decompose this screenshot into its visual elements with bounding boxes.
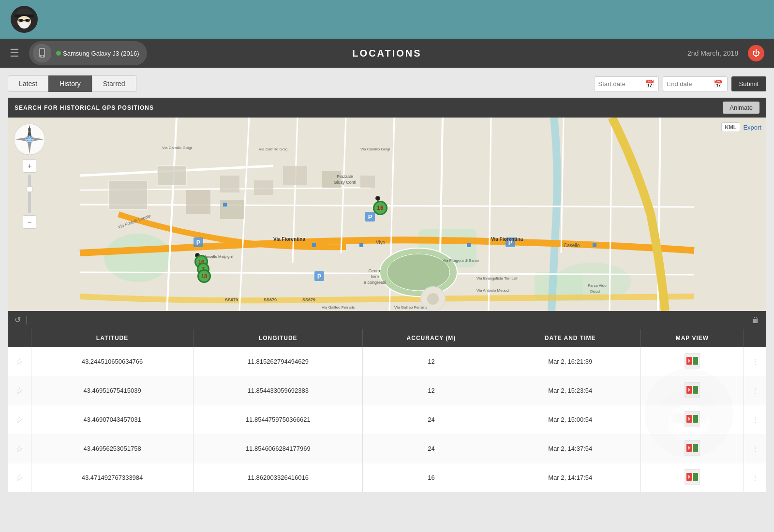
row-datetime: Mar 2, 14:17:54 xyxy=(500,463,640,492)
svg-rect-38 xyxy=(254,180,273,195)
end-cal-icon[interactable]: 📅 xyxy=(714,79,723,89)
svg-rect-58 xyxy=(593,243,596,247)
svg-text:Via Camillo Golgi: Via Camillo Golgi xyxy=(360,147,390,151)
star-icon[interactable]: ☆ xyxy=(15,357,23,367)
map-view-button[interactable] xyxy=(685,353,700,369)
map-nav-controls: N + − xyxy=(13,122,46,229)
star-icon[interactable]: ☆ xyxy=(15,415,23,425)
start-date-input[interactable] xyxy=(598,80,642,88)
content-area: Latest History Starred 📅 📅 Submit SEARCH… xyxy=(0,68,774,492)
start-cal-icon[interactable]: 📅 xyxy=(645,79,655,89)
kml-export: KML Export xyxy=(721,122,761,132)
tab-history[interactable]: History xyxy=(48,75,92,92)
map-view-button[interactable] xyxy=(685,382,700,398)
tabs-row: Latest History Starred 📅 📅 Submit xyxy=(8,75,766,92)
export-link[interactable]: Export xyxy=(743,124,761,131)
row-lat: 43.471492767333984 xyxy=(31,463,194,492)
hamburger-icon[interactable]: ☰ xyxy=(10,47,19,59)
row-acc: 12 xyxy=(363,347,500,376)
svg-point-4 xyxy=(19,22,29,29)
svg-text:SS679: SS679 xyxy=(264,297,277,302)
row-delete-cell: ⋮ xyxy=(744,434,767,463)
svg-rect-115 xyxy=(693,473,698,481)
row-mapview xyxy=(640,347,744,376)
svg-text:Centro: Centro xyxy=(368,268,381,273)
svg-text:Parco Aldo: Parco Aldo xyxy=(588,283,607,288)
row-datetime: Mar 2, 16:21:39 xyxy=(500,347,640,376)
svg-text:P: P xyxy=(368,213,372,221)
top-header xyxy=(0,0,774,39)
row-delete-icon[interactable]: ⋮ xyxy=(752,474,759,482)
submit-button[interactable]: Submit xyxy=(731,76,766,91)
row-star-cell: ☆ xyxy=(8,434,31,463)
zoom-slider-handle[interactable] xyxy=(27,186,32,192)
row-delete-icon[interactable]: ⋮ xyxy=(752,358,759,366)
row-datetime: Mar 2, 14:37:54 xyxy=(500,434,640,463)
zoom-out-button[interactable]: − xyxy=(23,215,36,229)
row-mapview xyxy=(640,463,744,492)
row-delete-icon[interactable]: ⋮ xyxy=(752,416,759,424)
data-table-section: ↺ | 🗑 LATITUDE LONGITUDE ACCURACY (M) DA… xyxy=(8,311,766,492)
svg-rect-100 xyxy=(693,386,698,394)
row-star-cell: ☆ xyxy=(8,347,31,376)
svg-point-45 xyxy=(427,293,439,305)
th-accuracy: ACCURACY (M) xyxy=(363,329,500,347)
row-lat: 43.46951675415039 xyxy=(31,376,194,405)
svg-rect-7 xyxy=(18,19,23,22)
map-svg: P P P P Via Fratelli Lebole Via Camillo … xyxy=(8,118,766,311)
table-row: ☆ 43.46951675415039 11.854433059692383 1… xyxy=(8,376,766,405)
svg-rect-54 xyxy=(223,203,227,207)
map-view-button[interactable] xyxy=(685,469,700,485)
map-view-button[interactable] xyxy=(685,440,700,456)
row-acc: 12 xyxy=(363,376,500,405)
table-header-row: LATITUDE LONGITUDE ACCURACY (M) DATE AND… xyxy=(8,329,766,347)
star-icon[interactable]: ☆ xyxy=(15,473,23,483)
svg-rect-110 xyxy=(693,444,698,452)
marker-cluster-16[interactable]: 16 xyxy=(373,201,387,215)
zoom-slider xyxy=(28,175,31,213)
refresh-icon[interactable]: ↺ xyxy=(15,315,21,325)
th-mapview: MAP VIEW xyxy=(640,329,744,347)
svg-text:Via Camillo Golgi: Via Camillo Golgi xyxy=(162,146,192,150)
row-mapview xyxy=(640,376,744,405)
end-date-input[interactable] xyxy=(667,80,711,88)
zoom-in-button[interactable]: + xyxy=(23,159,36,173)
svg-rect-56 xyxy=(359,243,363,247)
svg-text:Casello: Casello xyxy=(564,243,580,248)
device-info: Samsung Galaxy J3 (2016) xyxy=(29,41,147,65)
row-star-cell: ☆ xyxy=(8,463,31,492)
row-lat: 43.244510650634766 xyxy=(31,347,194,376)
map-view-button[interactable] xyxy=(685,411,700,427)
row-lon: 11.815262794494629 xyxy=(194,347,363,376)
svg-rect-41 xyxy=(360,176,375,188)
table-row: ☆ 43.46956253051758 11.8546066284177969 … xyxy=(8,434,766,463)
svg-rect-55 xyxy=(312,243,316,247)
app-logo xyxy=(10,5,39,34)
star-icon[interactable]: ☆ xyxy=(15,386,23,396)
row-lon: 11.862003326416016 xyxy=(194,463,363,492)
svg-rect-105 xyxy=(693,415,698,423)
marker-dot-1[interactable] xyxy=(375,196,380,201)
th-delete xyxy=(744,329,767,347)
star-icon[interactable]: ☆ xyxy=(15,444,23,454)
svg-rect-35 xyxy=(186,190,210,214)
svg-text:Via Fiorentina: Via Fiorentina xyxy=(273,236,305,242)
trash-icon[interactable]: 🗑 xyxy=(752,316,759,325)
date-label: 2nd March, 2018 xyxy=(687,49,738,57)
row-acc: 24 xyxy=(363,405,500,434)
svg-text:Via Galileo Ferraris: Via Galileo Ferraris xyxy=(394,305,427,310)
svg-text:fiere: fiere xyxy=(371,274,379,279)
tab-latest[interactable]: Latest xyxy=(8,75,48,92)
row-delete-icon[interactable]: ⋮ xyxy=(752,387,759,395)
power-button[interactable]: ⏻ xyxy=(748,45,764,61)
start-date-wrap: 📅 xyxy=(594,76,659,91)
row-delete-icon[interactable]: ⋮ xyxy=(752,445,759,453)
svg-text:Via Antonio Meucci: Via Antonio Meucci xyxy=(476,288,509,293)
svg-text:SS679: SS679 xyxy=(302,297,315,302)
row-star-cell: ☆ xyxy=(8,376,31,405)
marker-cluster-18[interactable]: 18 xyxy=(197,269,211,283)
animate-button[interactable]: Animate xyxy=(723,102,759,114)
map-header: SEARCH FOR HISTORICAL GPS POSITIONS Anim… xyxy=(8,98,766,118)
tab-starred[interactable]: Starred xyxy=(92,75,136,92)
table-toolbar: ↺ | 🗑 xyxy=(8,311,766,329)
